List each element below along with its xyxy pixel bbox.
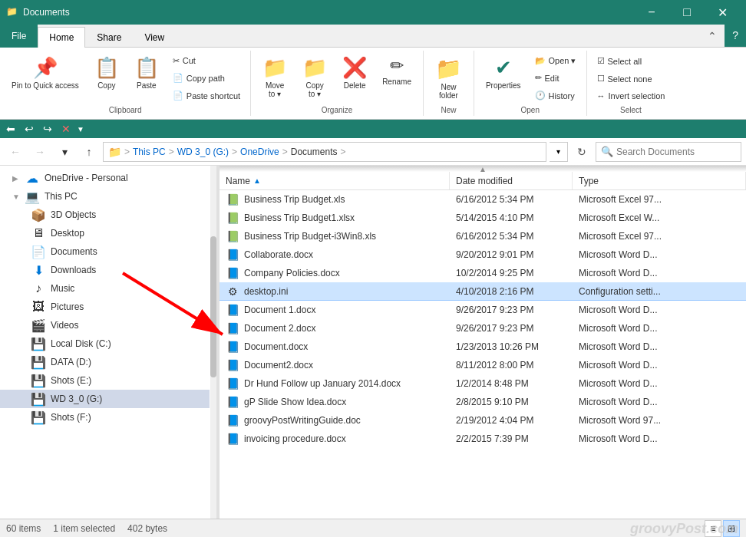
file-name-cell: 📘 invoicing procedure.docx: [220, 431, 450, 446]
details-view-button[interactable]: ≡: [705, 520, 721, 537]
copy-to-button[interactable]: 📁 Copyto ▾: [295, 52, 334, 102]
forward-button[interactable]: →: [29, 141, 51, 163]
qa-redo-button[interactable]: ↪: [40, 121, 55, 137]
sidebar-scrollbar-thumb[interactable]: [210, 236, 216, 377]
sidebar-item-pictures[interactable]: 🖼 Pictures: [0, 298, 210, 316]
file-type-icon: 📘: [226, 249, 239, 261]
tab-home[interactable]: Home: [38, 27, 85, 48]
address-dropdown-button[interactable]: ▾: [550, 142, 568, 162]
breadcrumb-onedrive[interactable]: OneDrive: [240, 147, 279, 157]
file-type-cell: Configuration setti...: [573, 285, 746, 298]
tab-file[interactable]: File: [0, 24, 38, 48]
paste-shortcut-icon: 📄: [173, 91, 183, 100]
table-row[interactable]: 📘 groovyPostWritingGuide.doc 2/19/2012 4…: [220, 411, 746, 430]
edit-button[interactable]: ✏ Edit: [530, 70, 582, 86]
breadcrumb-wd[interactable]: WD 3_0 (G:): [177, 147, 229, 157]
paste-shortcut-button[interactable]: 📄 Paste shortcut: [167, 87, 246, 104]
table-row[interactable]: 📘 Document.docx 1/23/2013 10:26 PM Micro…: [220, 338, 746, 356]
move-to-button[interactable]: 📁 Moveto ▾: [256, 52, 294, 102]
downloads-icon: ⬇: [31, 263, 46, 278]
file-name-cell: 📘 Dr Hund Follow up January 2014.docx: [220, 376, 450, 391]
sidebar-item-desktop[interactable]: 🖥 Desktop: [0, 224, 210, 242]
open-button[interactable]: 📂 Open ▾: [530, 53, 582, 69]
sidebar-item-localdisk-c[interactable]: 💾 Local Disk (C:): [0, 334, 210, 353]
file-name: Company Policies.docx: [244, 268, 340, 278]
select-none-button[interactable]: ☐ Select none: [592, 71, 671, 87]
rename-button[interactable]: ✏ Rename: [375, 52, 418, 90]
col-header-type[interactable]: Type: [573, 172, 746, 189]
sidebar-item-data-d[interactable]: 💾 DATA (D:): [0, 353, 210, 371]
pin-icon: 📌: [33, 56, 58, 80]
ribbon-group-new: 📁 Newfolder New: [424, 51, 474, 116]
delete-button[interactable]: ❌ Delete: [335, 52, 374, 94]
breadcrumb-this-pc[interactable]: This PC: [133, 147, 166, 157]
sidebar-item-onedrive[interactable]: ▶ ☁ OneDrive - Personal: [0, 169, 210, 187]
disk-g-icon: 💾: [31, 392, 46, 407]
3dobjects-icon: 📦: [31, 208, 46, 222]
file-name-cell: 📘 Collaborate.docx: [220, 247, 450, 262]
table-row[interactable]: 📗 Business Trip Budget.xls 6/16/2012 5:3…: [220, 190, 746, 209]
view-buttons: ≡ ⊞: [705, 520, 740, 537]
address-bar[interactable]: 📁 > This PC > WD 3_0 (G:) > OneDrive > D…: [103, 142, 546, 162]
back-button[interactable]: ←: [5, 141, 26, 163]
tab-view[interactable]: View: [133, 27, 176, 48]
close-button[interactable]: ✕: [705, 0, 740, 25]
sidebar-item-shots-f[interactable]: 💾 Shots (F:): [0, 408, 210, 427]
sidebar-item-documents[interactable]: 📄 Documents: [0, 242, 210, 261]
sidebar-item-videos[interactable]: 🎬 Videos: [0, 316, 210, 334]
select-all-button[interactable]: ☑ Select all: [592, 53, 671, 69]
breadcrumb-documents[interactable]: Documents: [291, 147, 338, 157]
table-row[interactable]: 📗 Business Trip Budget1.xlsx 5/14/2015 4…: [220, 209, 746, 227]
cut-button[interactable]: ✂ Cut: [167, 53, 246, 69]
tab-share[interactable]: Share: [85, 27, 133, 48]
col-header-date[interactable]: Date modified: [450, 172, 573, 189]
table-row[interactable]: 📘 Document 2.docx 9/26/2017 9:23 PM Micr…: [220, 319, 746, 338]
file-name: Document2.docx: [244, 360, 313, 371]
sidebar-item-downloads[interactable]: ⬇ Downloads: [0, 261, 210, 279]
sidebar-item-thispc[interactable]: ▼ 💻 This PC: [0, 187, 210, 206]
table-row[interactable]: 📘 invoicing procedure.docx 2/2/2015 7:39…: [220, 430, 746, 448]
copy-path-button[interactable]: 📄 Copy path: [167, 70, 246, 86]
col-header-name[interactable]: Name ▲: [220, 172, 450, 189]
new-folder-button[interactable]: 📁 Newfolder: [428, 52, 469, 104]
refresh-button[interactable]: ↻: [571, 141, 593, 163]
recent-locations-button[interactable]: ▾: [54, 141, 75, 163]
qa-dropdown-button[interactable]: ▼: [77, 125, 84, 133]
maximize-button[interactable]: □: [669, 0, 705, 25]
history-button[interactable]: 🕐 History: [530, 87, 582, 104]
sidebar-item-wd-g[interactable]: 💾 WD 3_0 (G:): [0, 390, 210, 408]
new-folder-label: Newfolder: [439, 83, 458, 100]
table-row[interactable]: 📘 Collaborate.docx 9/20/2012 9:01 PM Mic…: [220, 245, 746, 264]
minimize-button[interactable]: −: [634, 0, 669, 25]
table-row[interactable]: 📘 gP Slide Show Idea.docx 2/8/2015 9:10 …: [220, 393, 746, 411]
sidebar: ▶ ☁ OneDrive - Personal ▼ 💻 This PC 📦 3D…: [0, 166, 216, 430]
sidebar-item-music[interactable]: ♪ Music: [0, 279, 210, 298]
qa-delete-button[interactable]: ✕: [58, 121, 74, 137]
copy-button[interactable]: 📋 Copy: [87, 52, 126, 94]
sidebar-scrollbar-track[interactable]: [210, 166, 216, 519]
qa-undo-button[interactable]: ↩: [21, 121, 37, 137]
edit-label: Edit: [545, 74, 560, 83]
search-input[interactable]: [616, 147, 736, 157]
table-row[interactable]: 📗 Business Trip Budget-i3Win8.xls 6/16/2…: [220, 227, 746, 245]
table-row[interactable]: 📘 Company Policies.docx 10/2/2014 9:25 P…: [220, 264, 746, 282]
invert-icon: ↔: [597, 91, 606, 100]
list-view-button[interactable]: ⊞: [723, 520, 740, 537]
ribbon-collapse-button[interactable]: ⌃: [700, 25, 725, 47]
sidebar-item-3dobjects[interactable]: 📦 3D Objects: [0, 206, 210, 224]
up-button[interactable]: ↑: [78, 141, 100, 163]
qa-back-button[interactable]: ⬅: [3, 121, 18, 137]
paste-button[interactable]: 📋 Paste: [127, 52, 166, 94]
table-row[interactable]: 📘 Dr Hund Follow up January 2014.docx 1/…: [220, 374, 746, 393]
help-button[interactable]: ?: [725, 24, 746, 47]
copy-path-icon: 📄: [173, 73, 183, 83]
table-row[interactable]: ⚙ desktop.ini 4/10/2018 2:16 PM Configur…: [220, 282, 746, 301]
sidebar-label-e: Shots (E:): [51, 375, 91, 386]
table-row[interactable]: 📘 Document2.docx 8/11/2012 8:00 PM Micro…: [220, 356, 746, 374]
invert-selection-button[interactable]: ↔ Invert selection: [592, 88, 671, 104]
pin-quick-access-button[interactable]: 📌 Pin to Quick access: [5, 52, 86, 94]
properties-button[interactable]: ✔ Properties: [479, 52, 528, 94]
table-row[interactable]: 📘 Document 1.docx 9/26/2017 9:23 PM Micr…: [220, 301, 746, 319]
search-box[interactable]: 🔍: [596, 142, 741, 162]
sidebar-item-shots-e[interactable]: 💾 Shots (E:): [0, 371, 210, 390]
